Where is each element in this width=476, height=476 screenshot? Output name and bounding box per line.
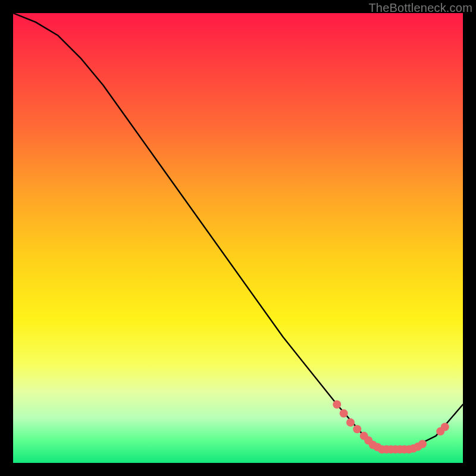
marker-dot	[418, 440, 427, 448]
marker-dot	[340, 409, 348, 418]
chart-svg-overlay	[13, 13, 463, 463]
chart-frame: TheBottleneck.com	[0, 0, 476, 476]
marker-dot	[346, 418, 355, 427]
marker-dot	[333, 400, 341, 409]
bottleneck-curve	[13, 13, 463, 449]
marker-dot	[441, 423, 449, 431]
watermark-text: TheBottleneck.com	[368, 1, 472, 15]
optimal-range-dots	[333, 400, 449, 454]
marker-dot	[353, 425, 361, 433]
chart-plot-area	[13, 13, 463, 463]
